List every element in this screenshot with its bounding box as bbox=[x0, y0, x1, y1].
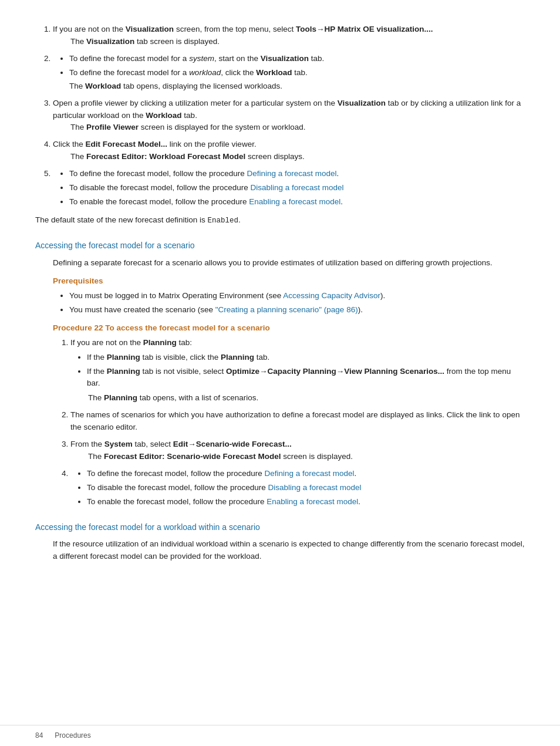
step-3-text: Open a profile viewer by clicking a util… bbox=[53, 99, 521, 120]
proc22-step-3-text: From the System tab, select Edit→Scenari… bbox=[70, 440, 292, 448]
step-3-sub: The Profile Viewer screen is displayed f… bbox=[70, 121, 525, 134]
step-2-bullets: To define the forecast model for a syste… bbox=[53, 53, 525, 93]
link-creating-planning-scenario[interactable]: "Creating a planning scenario" (page 86) bbox=[215, 305, 358, 314]
proc22-step-4-bullets: To define the forecast model, follow the… bbox=[70, 468, 525, 508]
link-disabling-forecast-2[interactable]: Disabling a forecast model bbox=[268, 483, 361, 492]
step-2-bullet-2: To define the forecast model for a workl… bbox=[69, 67, 525, 93]
proc22-step-1-bullet-2: If the Planning tab is not visible, sele… bbox=[87, 366, 525, 390]
section2-intro-text: If the resource utilization of an indivi… bbox=[53, 538, 525, 563]
proc22-step-3-sub: The Forecast Editor: Scenario-wide Forec… bbox=[88, 451, 525, 463]
section1-heading: Accessing the forecast model for a scena… bbox=[35, 239, 525, 252]
proc22-step-4-bullet-1: To define the forecast model, follow the… bbox=[87, 468, 525, 480]
footer-bar: 84 Procedures bbox=[0, 725, 560, 746]
section2-heading: Accessing the forecast model for a workl… bbox=[35, 521, 525, 534]
prereq-heading: Prerequisites bbox=[53, 275, 525, 288]
link-enabling-forecast-1[interactable]: Enabling a forecast model bbox=[249, 197, 340, 206]
proc22-step-1: If you are not on the Planning tab: If t… bbox=[70, 337, 525, 405]
section1-intro: Defining a separate forecast for a scena… bbox=[53, 257, 525, 508]
section1-intro-text: Defining a separate forecast for a scena… bbox=[53, 257, 525, 269]
step-4-sub: The Forecast Editor: Workload Forecast M… bbox=[70, 151, 525, 163]
section2-intro: If the resource utilization of an indivi… bbox=[53, 538, 525, 563]
main-steps-list: If you are not on the Visualization scre… bbox=[35, 23, 525, 208]
step-5-bullet-1: To define the forecast model, follow the… bbox=[69, 168, 525, 180]
link-defining-forecast-1[interactable]: Defining a forecast model bbox=[247, 169, 336, 178]
step-1-sub: The Visualization tab screen is displaye… bbox=[70, 36, 525, 48]
proc22-step-4: To define the forecast model, follow the… bbox=[70, 468, 525, 508]
proc22-step-1-text: If you are not on the Planning tab: bbox=[70, 338, 192, 347]
footer-section-label: Procedures bbox=[55, 730, 90, 741]
step-2: To define the forecast model for a syste… bbox=[53, 53, 525, 93]
proc22-step-1-bullets: If the Planning tab is visible, click th… bbox=[70, 352, 525, 390]
proc22-step-1-bullet-1: If the Planning tab is visible, click th… bbox=[87, 352, 525, 364]
proc22-step-2-text: The names of scenarios for which you hav… bbox=[70, 410, 519, 431]
step-5-bullet-3: To enable the forecast model, follow the… bbox=[69, 196, 525, 208]
step-1-text: If you are not on the Visualization scre… bbox=[53, 25, 433, 33]
proc22-step-4-bullet-3: To enable the forecast model, follow the… bbox=[87, 496, 525, 508]
step-4: Click the Edit Forecast Model... link on… bbox=[53, 139, 525, 163]
step-5-bullets: To define the forecast model, follow the… bbox=[53, 168, 525, 208]
proc22-step-3: From the System tab, select Edit→Scenari… bbox=[70, 438, 525, 463]
prereq-2: You must have created the scenario (see … bbox=[69, 304, 525, 316]
step-2-sub: The Workload tab opens, displaying the l… bbox=[69, 80, 525, 93]
link-enabling-forecast-2[interactable]: Enabling a forecast model bbox=[266, 497, 358, 506]
step-1: If you are not on the Visualization scre… bbox=[53, 23, 525, 48]
footer-page-number: 84 bbox=[35, 730, 43, 741]
step-4-text: Click the Edit Forecast Model... link on… bbox=[53, 140, 257, 148]
link-accessing-capacity-advisor[interactable]: Accessing Capacity Advisor bbox=[283, 291, 380, 300]
page-content: If you are not on the Visualization scre… bbox=[35, 23, 525, 563]
step-5: To define the forecast model, follow the… bbox=[53, 168, 525, 208]
step-5-bullet-2: To disable the forecast model, follow th… bbox=[69, 182, 525, 194]
prereqs-list: You must be logged in to Matrix Operatin… bbox=[53, 290, 525, 316]
proc22-step-2: The names of scenarios for which you hav… bbox=[70, 409, 525, 434]
procedure22-steps: If you are not on the Planning tab: If t… bbox=[53, 337, 525, 508]
step-2-bullet-1: To define the forecast model for a syste… bbox=[69, 53, 525, 65]
step-3: Open a profile viewer by clicking a util… bbox=[53, 97, 525, 134]
proc22-step-4-bullet-2: To disable the forecast model, follow th… bbox=[87, 482, 525, 494]
procedure22-heading: Procedure 22 To access the forecast mode… bbox=[53, 322, 525, 335]
prereq-1: You must be logged in to Matrix Operatin… bbox=[69, 290, 525, 302]
default-state-text: The default state of the new forecast de… bbox=[35, 214, 525, 227]
link-disabling-forecast-1[interactable]: Disabling a forecast model bbox=[250, 183, 343, 192]
proc22-step-1-sub: The Planning tab opens, with a list of s… bbox=[88, 392, 525, 404]
link-defining-forecast-2[interactable]: Defining a forecast model bbox=[264, 469, 354, 478]
